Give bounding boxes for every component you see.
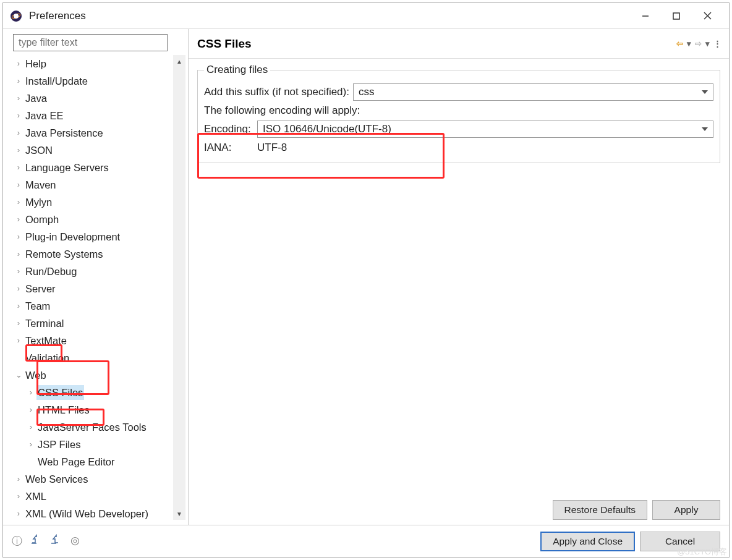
creating-files-group: Creating files Add this suffix (if not s… <box>197 64 720 163</box>
tree-item-web-page-editor[interactable]: Web Page Editor <box>11 453 185 470</box>
creating-files-legend: Creating files <box>204 64 270 76</box>
chevron-icon[interactable]: › <box>13 229 24 244</box>
tree-item-json[interactable]: ›JSON <box>11 142 185 159</box>
tree-item-css-files[interactable]: ›CSS Files <box>11 384 185 401</box>
chevron-icon[interactable]: › <box>25 437 36 452</box>
tree-item-mylyn[interactable]: ›Mylyn <box>11 193 185 211</box>
chevron-icon[interactable]: › <box>13 264 24 279</box>
tree-item-language-servers[interactable]: ›Language Servers <box>11 159 185 176</box>
chevron-icon[interactable]: › <box>13 489 24 504</box>
chevron-icon[interactable]: › <box>13 125 24 140</box>
chevron-icon[interactable]: › <box>13 74 24 88</box>
encoding-label: Encoding: <box>204 123 257 135</box>
tree-item-label: Terminal <box>24 316 65 331</box>
tree-item-xml-wild-web-developer-[interactable]: ›XML (Wild Web Developer) <box>11 505 185 520</box>
export-icon[interactable] <box>51 534 62 548</box>
chevron-icon[interactable]: › <box>13 333 24 348</box>
tree-item-label: Mylyn <box>24 195 53 210</box>
tree-item-jsp-files[interactable]: ›JSP Files <box>11 436 185 453</box>
tree-item-help[interactable]: ›Help <box>11 55 185 72</box>
help-icon[interactable]: ⓘ <box>12 534 22 548</box>
tree-item-run-debug[interactable]: ›Run/Debug <box>11 263 185 280</box>
chevron-icon[interactable]: › <box>13 316 24 331</box>
suffix-value: css <box>359 86 375 98</box>
tree-item-javaserver-faces-tools[interactable]: ›JavaServer Faces Tools <box>11 418 185 436</box>
scroll-down-icon[interactable]: ▼ <box>173 507 185 520</box>
tree-item-label: Java EE <box>24 108 64 123</box>
chevron-icon[interactable]: › <box>13 91 24 106</box>
close-button[interactable] <box>692 4 723 28</box>
tree-scrollbar[interactable]: ▲ ▼ <box>173 55 185 520</box>
import-icon[interactable] <box>31 534 42 548</box>
restore-defaults-button[interactable]: Restore Defaults <box>553 500 647 520</box>
tree-item-label: Language Servers <box>24 160 110 175</box>
encoding-combo[interactable]: ISO 10646/Unicode(UTF-8) <box>257 121 713 138</box>
nav-back-icon[interactable]: ⇦ <box>676 39 683 48</box>
view-menu-icon[interactable]: ⋮ <box>713 39 720 48</box>
oomph-icon[interactable]: ◎ <box>70 534 80 548</box>
tree-item-label: Java <box>24 91 48 106</box>
chevron-icon[interactable]: › <box>13 160 24 175</box>
chevron-icon[interactable]: ⌄ <box>13 368 24 383</box>
chevron-icon[interactable]: › <box>13 472 24 486</box>
eclipse-icon <box>9 9 23 23</box>
nav-forward-icon[interactable]: ⇨ <box>695 39 702 48</box>
tree-item-label: Java Persistence <box>24 125 104 140</box>
preferences-tree-pane: ›Help›Install/Update›Java›Java EE›Java P… <box>3 29 189 525</box>
tree-item-terminal[interactable]: ›Terminal <box>11 315 185 332</box>
apply-button[interactable]: Apply <box>652 500 720 520</box>
tree-item-java-persistence[interactable]: ›Java Persistence <box>11 124 185 142</box>
tree-item-oomph[interactable]: ›Oomph <box>11 211 185 228</box>
detail-title: CSS Files <box>197 37 252 51</box>
chevron-icon[interactable]: › <box>13 56 24 71</box>
tree-item-xml[interactable]: ›XML <box>11 488 185 505</box>
tree-item-html-files[interactable]: ›HTML Files <box>11 401 185 418</box>
chevron-icon[interactable]: › <box>13 299 24 313</box>
tree-item-label: Team <box>24 299 51 313</box>
chevron-icon[interactable]: › <box>13 506 24 520</box>
encoding-value: ISO 10646/Unicode(UTF-8) <box>263 123 391 135</box>
tree-item-label: XML (Wild Web Developer) <box>24 506 150 520</box>
apply-and-close-button[interactable]: Apply and Close <box>540 532 635 551</box>
tree-item-remote-systems[interactable]: ›Remote Systems <box>11 245 185 263</box>
tree-item-textmate[interactable]: ›TextMate <box>11 332 185 349</box>
tree-item-server[interactable]: ›Server <box>11 280 185 297</box>
tree-item-label: Web <box>24 368 48 383</box>
tree-item-label: JavaServer Faces Tools <box>36 420 148 435</box>
nav-back-menu-icon[interactable]: ▾ <box>687 39 691 48</box>
tree-item-label: Oomph <box>24 212 60 227</box>
chevron-icon[interactable]: › <box>13 247 24 261</box>
minimize-button[interactable] <box>630 4 661 28</box>
chevron-icon[interactable]: › <box>25 402 36 417</box>
tree-item-team[interactable]: ›Team <box>11 297 185 315</box>
tree-item-java-ee[interactable]: ›Java EE <box>11 107 185 124</box>
chevron-icon[interactable]: › <box>25 385 36 400</box>
maximize-button[interactable] <box>661 4 692 28</box>
chevron-icon[interactable]: › <box>25 420 36 435</box>
tree-item-web[interactable]: ⌄Web <box>11 367 185 384</box>
tree-item-install-update[interactable]: ›Install/Update <box>11 72 185 90</box>
preferences-tree[interactable]: ›Help›Install/Update›Java›Java EE›Java P… <box>11 55 185 520</box>
svg-point-2 <box>14 14 19 19</box>
tree-item-plug-in-development[interactable]: ›Plug-in Development <box>11 228 185 245</box>
nav-forward-menu-icon[interactable]: ▾ <box>705 39 710 48</box>
chevron-icon[interactable]: › <box>13 212 24 227</box>
tree-item-validation[interactable]: Validation <box>11 349 185 367</box>
chevron-icon[interactable]: › <box>13 177 24 192</box>
tree-item-label: Remote Systems <box>24 247 104 261</box>
chevron-icon[interactable]: › <box>13 143 24 158</box>
filter-input[interactable] <box>13 34 168 51</box>
tree-item-label: TextMate <box>24 333 68 348</box>
suffix-combo[interactable]: css <box>353 83 713 101</box>
chevron-icon[interactable]: › <box>13 108 24 123</box>
tree-item-java[interactable]: ›Java <box>11 90 185 107</box>
tree-item-maven[interactable]: ›Maven <box>11 176 185 193</box>
tree-item-web-services[interactable]: ›Web Services <box>11 470 185 488</box>
iana-value: UTF-8 <box>257 142 287 154</box>
tree-item-label: JSON <box>24 143 54 158</box>
dialog-footer: ⓘ ◎ Apply and Close Cancel <box>3 525 729 557</box>
scroll-up-icon[interactable]: ▲ <box>173 55 185 67</box>
chevron-icon[interactable]: › <box>13 281 24 296</box>
chevron-icon[interactable]: › <box>13 195 24 210</box>
watermark: @51CTO博客 <box>677 546 727 558</box>
